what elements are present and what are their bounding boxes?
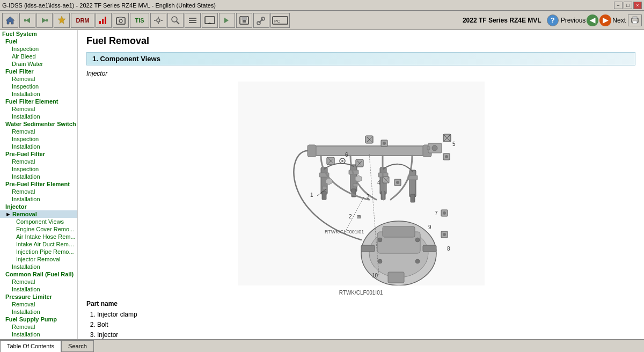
svg-text:10: 10: [372, 273, 378, 278]
sidebar-item-injector[interactable]: Injector: [0, 203, 77, 210]
sidebar-item-injector-removal[interactable]: Injector Removal: [0, 255, 77, 263]
svg-marker-1: [26, 18, 30, 23]
sidebar-item-frp-regulator[interactable]: FRP Regulator: [0, 338, 77, 339]
svg-point-92: [443, 211, 446, 215]
help-button[interactable]: ?: [547, 14, 559, 26]
svg-point-96: [443, 233, 446, 236]
svg-point-17: [172, 17, 177, 22]
svg-rect-4: [46, 19, 48, 21]
search-button[interactable]: [167, 13, 184, 28]
prev-button[interactable]: ◀: [587, 14, 598, 26]
toolbar-left: DRM TIS: [2, 13, 290, 28]
svg-rect-36: [633, 21, 637, 24]
sidebar-item-installation-6[interactable]: Installation: [0, 263, 77, 270]
sidebar-item-fuel-filter[interactable]: Fuel Filter: [0, 68, 77, 75]
sidebar-item-installation-5[interactable]: Installation: [0, 195, 77, 203]
minimize-button[interactable]: −: [614, 2, 623, 9]
svg-rect-59: [409, 170, 416, 197]
sidebar-item-air-bleed[interactable]: Air Bleed: [0, 53, 77, 60]
svg-text:6: 6: [345, 152, 348, 158]
sidebar-item-pressure-limiter[interactable]: Pressure Limiter: [0, 293, 77, 300]
sidebar-item-fuel-system[interactable]: Fuel System: [0, 30, 77, 38]
sidebar-item-removal-7[interactable]: Removal: [0, 300, 77, 308]
save-button[interactable]: [236, 13, 252, 28]
sidebar-item-removal-3[interactable]: Removal: [0, 128, 77, 135]
svg-rect-44: [388, 272, 404, 283]
camera-button[interactable]: [113, 13, 129, 28]
sidebar-item-common-rail[interactable]: Common Rail (Fuel Rail): [0, 270, 77, 278]
menu-button[interactable]: [185, 13, 201, 28]
sidebar-item-removal-8[interactable]: Removal: [0, 323, 77, 331]
chart-button[interactable]: [96, 13, 112, 28]
forward-button[interactable]: [36, 13, 53, 28]
sidebar-item-removal-1[interactable]: Removal: [0, 75, 77, 83]
sidebar-item-installation-1[interactable]: Installation: [0, 90, 77, 98]
svg-marker-5: [58, 16, 65, 24]
sidebar-item-installation-7[interactable]: Installation: [0, 285, 77, 293]
sidebar-item-fuel-supply-pump[interactable]: Fuel Supply Pump: [0, 316, 77, 323]
monitor-button[interactable]: [202, 13, 218, 28]
arrow-right-button[interactable]: [219, 13, 235, 28]
back-button[interactable]: [19, 13, 35, 28]
sidebar-item-inspection-4[interactable]: Inspection: [0, 165, 77, 173]
svg-marker-71: [355, 175, 362, 182]
favorites-button[interactable]: [54, 13, 70, 28]
svg-marker-25: [224, 18, 229, 23]
sidebar-item-inspection-2[interactable]: Inspection: [0, 83, 77, 90]
toolbar-right: 2022 TF Series RZ4E MVL ? Previous ◀ ▶ N…: [463, 14, 642, 26]
svg-rect-9: [116, 18, 125, 24]
table-of-contents-tab[interactable]: Table Of Contents: [0, 340, 61, 352]
sidebar-item-injection-pipe[interactable]: Injection Pipe Remo...: [0, 248, 77, 255]
sidebar-item-installation-8[interactable]: Installation: [0, 308, 77, 316]
sidebar-item-drain-water[interactable]: Drain Water: [0, 60, 77, 68]
sidebar-item-fuel-filter-element[interactable]: Fuel Filter Element: [0, 98, 77, 105]
sidebar-item-removal-6[interactable]: Removal: [0, 278, 77, 285]
sidebar-item-inspection-1[interactable]: Inspection: [0, 45, 77, 53]
sidebar-item-removal-label: Removal: [12, 211, 37, 217]
tool-button[interactable]: [253, 13, 269, 28]
svg-point-47: [378, 259, 382, 263]
svg-rect-11: [119, 17, 122, 18]
svg-rect-28: [243, 20, 246, 23]
sidebar-item-removal-5[interactable]: Removal: [0, 188, 77, 195]
sidebar-item-inspection-3[interactable]: Inspection: [0, 135, 77, 143]
settings-button[interactable]: [150, 13, 166, 28]
section-header-1: 1. Component Views: [86, 52, 635, 65]
next-button[interactable]: ▶: [599, 14, 611, 26]
sidebar-item-installation-2[interactable]: Installation: [0, 113, 77, 120]
sidebar-item-removal-2[interactable]: Removal: [0, 105, 77, 113]
sidebar-item-engine-cover[interactable]: Engine Cover Remo...: [0, 225, 77, 233]
sidebar-item-water-sed[interactable]: Water Sedimenter Switch: [0, 120, 77, 128]
svg-text:1: 1: [310, 192, 313, 198]
close-button[interactable]: ×: [633, 2, 642, 9]
sidebar-item-installation-3[interactable]: Installation: [0, 143, 77, 150]
print-button[interactable]: [628, 14, 642, 26]
sidebar-item-pre-fuel-filter-element[interactable]: Pre-Fuel Filter Element: [0, 180, 77, 188]
terminal-button[interactable]: PC: [270, 13, 290, 28]
sidebar-item-air-intake-hose[interactable]: Air Intake Hose Rem...: [0, 233, 77, 240]
sidebar-item-intake-air-duct[interactable]: Intake Air Duct Remo...: [0, 240, 77, 248]
bottom-tabs: Table Of Contents Search: [0, 339, 644, 352]
svg-rect-8: [105, 17, 106, 24]
svg-line-29: [259, 19, 263, 23]
tis-button[interactable]: TIS: [130, 13, 149, 28]
svg-text:7: 7: [435, 210, 438, 216]
title-bar: G-IDSS (idss-ae1\idss-ae1) - 2022 TF Ser…: [0, 0, 644, 11]
drm-button[interactable]: DRM: [71, 13, 94, 28]
sidebar-item-removal-4[interactable]: Removal: [0, 158, 77, 165]
sidebar-item-fuel[interactable]: Fuel: [0, 38, 77, 45]
sidebar-item-component-views[interactable]: Component Views: [0, 218, 77, 225]
sidebar-item-installation-4[interactable]: Installation: [0, 173, 77, 180]
prev-label: Previous: [561, 17, 586, 24]
home-button[interactable]: [2, 13, 18, 28]
sidebar-item-installation-9[interactable]: Installation: [0, 331, 77, 338]
list-item: Bolt: [97, 320, 635, 329]
sidebar-item-pre-fuel-filter[interactable]: Pre-Fuel Filter: [0, 150, 77, 158]
search-tab[interactable]: Search: [61, 340, 94, 352]
svg-point-48: [415, 259, 420, 263]
sidebar-item-removal-active[interactable]: ► Removal: [0, 210, 77, 218]
maximize-button[interactable]: □: [624, 2, 632, 9]
svg-rect-7: [102, 19, 104, 24]
part-name-header: Part name: [86, 300, 635, 307]
window-controls: − □ ×: [614, 2, 642, 9]
